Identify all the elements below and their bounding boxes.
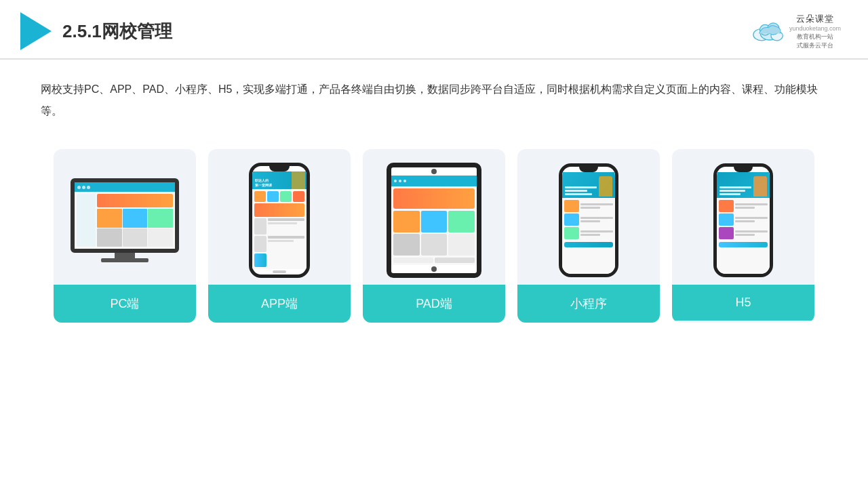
pc-device-icon [71, 178, 179, 262]
app-phone-icon: 职达人的第一堂网课 [249, 163, 310, 278]
cards-container: PC端 职达人的第一堂网课 [0, 129, 868, 343]
card-miniapp: 小程序 [517, 149, 660, 323]
header-left: 2.5.1网校管理 [20, 12, 172, 50]
card-pc-image [54, 149, 196, 285]
h5-phone-icon [713, 163, 773, 277]
card-pad-label: PAD端 [363, 285, 505, 323]
card-miniapp-label: 小程序 [517, 285, 660, 323]
brand-url: yunduoketang.com [789, 25, 841, 32]
brand-area: 云朵课堂 yunduoketang.com 教育机构一站式服务云平台 [749, 13, 841, 49]
miniapp-phone-icon [559, 163, 618, 277]
card-h5-label: H5 [672, 285, 814, 321]
card-h5: H5 [672, 149, 814, 323]
brand-name: 云朵课堂 [796, 13, 834, 25]
card-pc-label: PC端 [54, 285, 196, 323]
pc-monitor [71, 178, 179, 253]
card-pad: PAD端 [363, 149, 505, 323]
card-app: 职达人的第一堂网课 [208, 149, 351, 323]
card-h5-image [672, 149, 814, 285]
cloud-logo-icon [749, 20, 784, 42]
card-pc: PC端 [54, 149, 196, 323]
description-text: 网校支持PC、APP、PAD、小程序、H5，实现多端打通，产品各终端自由切换，数… [0, 60, 868, 129]
pad-tablet-icon [387, 163, 481, 278]
logo-icon [20, 12, 52, 50]
brand-tagline: 教育机构一站式服务云平台 [797, 33, 833, 49]
card-app-label: APP端 [208, 285, 351, 323]
card-pad-image [363, 149, 505, 285]
page-header: 2.5.1网校管理 云朵课堂 yunduoketang.com 教育机构一站式服… [0, 0, 868, 60]
card-app-image: 职达人的第一堂网课 [208, 149, 351, 285]
card-miniapp-image [517, 149, 660, 285]
page-title: 2.5.1网校管理 [62, 20, 172, 43]
brand-info: 云朵课堂 yunduoketang.com 教育机构一站式服务云平台 [789, 13, 841, 49]
